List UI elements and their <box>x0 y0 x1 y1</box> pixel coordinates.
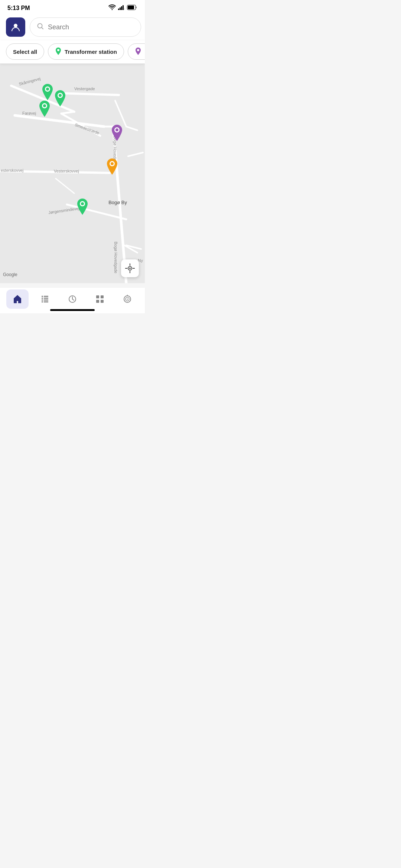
svg-rect-36 <box>44 299 48 301</box>
building-pin-icon <box>135 48 141 56</box>
svg-point-7 <box>14 24 17 27</box>
svg-rect-31 <box>42 298 43 299</box>
svg-point-19 <box>115 128 118 131</box>
transformer-pin-icon <box>55 48 62 56</box>
svg-rect-3 <box>123 5 124 10</box>
svg-rect-33 <box>42 301 43 302</box>
building-filter-button[interactable]: Build <box>128 43 145 60</box>
nav-list[interactable] <box>34 289 56 309</box>
svg-rect-4 <box>124 8 125 10</box>
nav-grid[interactable] <box>89 289 111 309</box>
svg-point-23 <box>81 202 84 205</box>
clock-icon <box>68 294 77 304</box>
location-button[interactable] <box>121 259 139 277</box>
signal-icon <box>118 5 125 12</box>
grid-icon <box>95 294 105 304</box>
map-pin-5[interactable] <box>106 158 118 175</box>
select-all-button[interactable]: Select all <box>6 43 44 60</box>
status-time: 5:13 PM <box>7 5 30 12</box>
svg-rect-1 <box>120 7 121 10</box>
profile-button[interactable] <box>6 17 25 37</box>
filter-bar: Select all Transformer station Build <box>0 40 145 63</box>
map-pin-3[interactable] <box>38 101 51 117</box>
svg-rect-34 <box>44 296 48 297</box>
map-background <box>0 63 145 283</box>
wifi-icon <box>108 4 116 12</box>
label-vesterskovvej2: Vesterskovvej <box>54 169 79 173</box>
search-bar[interactable] <box>30 17 141 37</box>
svg-point-25 <box>129 268 131 269</box>
svg-rect-30 <box>42 296 43 297</box>
svg-rect-0 <box>118 9 119 10</box>
svg-rect-39 <box>96 295 99 298</box>
map-pin-4[interactable] <box>111 125 123 141</box>
map-container[interactable]: Skåningevej Vestergade Farøvej Smedestræ… <box>0 63 145 283</box>
bottom-nav <box>0 287 145 313</box>
svg-rect-6 <box>128 6 134 9</box>
home-indicator <box>50 309 95 311</box>
map-pin-6[interactable] <box>76 199 89 215</box>
map-pin-2[interactable] <box>54 90 66 107</box>
top-bar <box>0 14 145 40</box>
label-bogo-by: Bogø By <box>108 200 127 205</box>
label-vestergade: Vestergade <box>74 86 95 91</box>
nav-history[interactable] <box>61 289 84 309</box>
svg-rect-42 <box>101 300 104 303</box>
battery-icon <box>127 5 137 12</box>
label-vesterskovvej1: esterskovvej <box>1 168 23 173</box>
search-input[interactable] <box>48 23 134 31</box>
transformer-filter-button[interactable]: Transformer station <box>48 43 124 60</box>
radar-icon <box>123 294 132 304</box>
svg-rect-37 <box>44 301 48 302</box>
profile-icon <box>11 22 20 32</box>
svg-point-21 <box>111 162 114 165</box>
list-icon <box>40 294 50 304</box>
home-icon <box>13 294 22 304</box>
svg-rect-2 <box>121 6 122 10</box>
map-pin-1[interactable] <box>41 84 54 100</box>
nav-radar[interactable] <box>116 289 138 309</box>
status-bar: 5:13 PM <box>0 0 145 14</box>
svg-rect-40 <box>101 295 104 298</box>
svg-rect-41 <box>96 300 99 303</box>
svg-rect-32 <box>42 299 43 301</box>
label-bogohovedgade2: Bogø Hovedgade <box>114 242 118 273</box>
svg-point-17 <box>43 104 46 107</box>
nav-home[interactable] <box>6 289 29 309</box>
svg-point-13 <box>46 88 49 91</box>
google-watermark: Google <box>3 272 17 277</box>
svg-rect-35 <box>44 298 48 299</box>
svg-point-45 <box>127 298 128 299</box>
svg-point-10 <box>137 49 139 51</box>
status-icons <box>108 4 137 12</box>
label-faroevej: Farøvej <box>22 111 36 115</box>
svg-point-9 <box>57 49 59 51</box>
search-icon <box>37 23 44 32</box>
location-icon <box>125 263 135 273</box>
svg-point-15 <box>59 94 62 97</box>
